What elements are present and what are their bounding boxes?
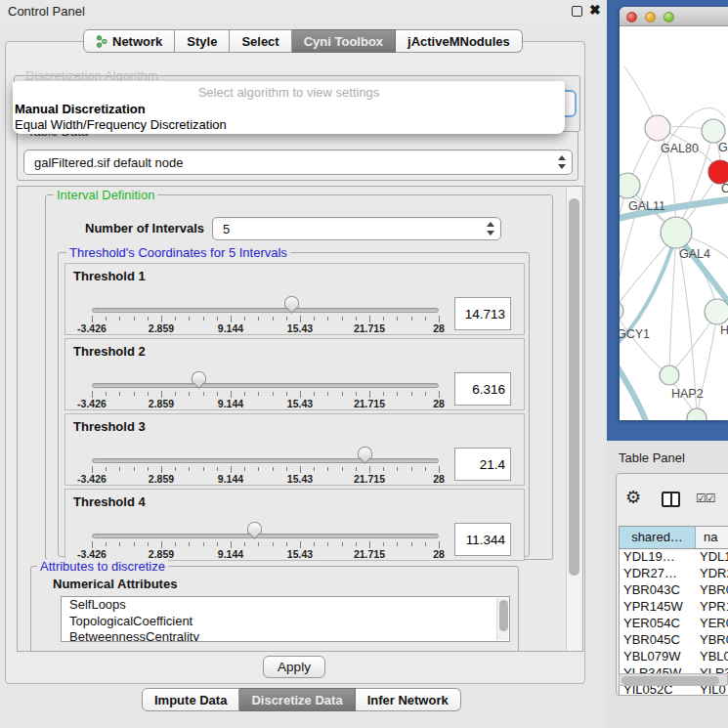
table-panel-section: Table Panel ⚙ ☑☑ shared… na YDL19…YDL1YD… <box>607 441 728 728</box>
column-layout-icon[interactable] <box>662 492 680 507</box>
minimize-window-icon[interactable] <box>645 12 656 22</box>
table-row[interactable]: YDL19…YDL1 <box>620 549 728 566</box>
tab-network-label: Network <box>112 34 162 49</box>
table-data-combo-value: galFiltered.sif default node <box>34 155 183 170</box>
gear-icon[interactable]: ⚙ <box>625 487 641 508</box>
attributes-group-title: Attributes to discretize <box>37 559 168 574</box>
table-row[interactable]: YBR045CYBR0 <box>620 632 728 649</box>
column-header-name[interactable]: na <box>696 527 728 548</box>
table-panel-title: Table Panel <box>619 450 685 465</box>
tab-jactivemnodules[interactable]: jActiveMNodules <box>396 29 523 53</box>
threshold-value-input[interactable] <box>454 372 511 406</box>
tab-impute-data[interactable]: Impute Data <box>142 688 239 711</box>
network-icon <box>96 35 107 48</box>
close-panel-icon[interactable]: ✖ <box>589 2 601 18</box>
combo-stepper-icon <box>557 154 568 170</box>
attribute-list-item[interactable]: BetweennessCentrality <box>62 629 509 642</box>
tab-cyni-toolbox[interactable]: Cyni Toolbox <box>292 29 396 53</box>
close-window-icon[interactable] <box>626 12 637 22</box>
table-row[interactable]: YBL079WYBL0 <box>620 649 728 665</box>
numerical-attributes-label: Numerical Attributes <box>53 577 177 591</box>
network-node-label: GAL80 <box>661 142 699 155</box>
cyni-mode-tabbar: Impute Data Discretize Data Infer Networ… <box>142 688 461 711</box>
tab-network[interactable]: Network <box>83 29 175 53</box>
network-canvas[interactable]: GAL80GACGAL11GAL4GCY1HHAP2 <box>620 27 728 420</box>
network-node-label: HAP2 <box>671 387 704 401</box>
num-intervals-value: 5 <box>223 222 230 236</box>
slider-track[interactable] <box>92 458 439 463</box>
algorithm-prompt: Select algorithm to view settings <box>13 85 565 100</box>
threshold-slider[interactable]: -3.4262.8599.14415.4321.71528 <box>65 490 447 562</box>
network-node[interactable] <box>705 299 728 324</box>
scrollbar-thumb[interactable] <box>569 198 579 576</box>
threshold-value-input[interactable] <box>454 448 511 481</box>
numerical-attributes-list[interactable]: SelfLoopsTopologicalCoefficientBetweenne… <box>61 596 510 642</box>
network-node[interactable] <box>620 173 640 198</box>
attributes-list-scrollbar[interactable] <box>496 598 508 640</box>
float-window-icon[interactable] <box>572 6 582 17</box>
checkbox-columns-icon[interactable]: ☑☑ <box>696 492 715 505</box>
threshold-slider[interactable]: -3.4262.8599.14415.4321.71528 <box>65 414 447 487</box>
threshold-panel: Threshold 4 -3.4262.8599.14415.4321.7152… <box>64 489 525 561</box>
network-node[interactable] <box>702 119 725 143</box>
control-panel-tabbar: Network Style Select Cyni Toolbox jActiv… <box>83 29 523 53</box>
control-panel-title: Control Panel <box>8 4 85 19</box>
network-node-label: C <box>721 182 728 195</box>
num-intervals-combo[interactable]: 5 <box>212 217 501 240</box>
network-node-label: GAL4 <box>679 247 710 261</box>
combo-stepper-icon <box>486 221 496 236</box>
network-node-label: GCY1 <box>620 327 650 341</box>
attributes-group: Attributes to discretize Numerical Attri… <box>30 566 519 652</box>
table-row[interactable]: YBR043CYBR0 <box>620 582 728 599</box>
threshold-value-input[interactable] <box>454 523 511 556</box>
interval-definition-group: Interval Definition Number of Intervals … <box>45 194 553 560</box>
interval-definition-title: Interval Definition <box>54 188 157 202</box>
slider-track[interactable] <box>92 383 439 388</box>
table-header-row: shared… na <box>619 526 728 549</box>
threshold-value-input[interactable] <box>454 297 511 330</box>
slider-thumb[interactable] <box>192 371 206 391</box>
tab-discretize-data[interactable]: Discretize Data <box>239 688 355 711</box>
column-header-shared-name[interactable]: shared… <box>620 527 696 548</box>
threshold-slider[interactable]: -3.4262.8599.14415.4321.71528 <box>65 264 447 336</box>
scrollbar-thumb[interactable] <box>621 676 719 685</box>
apply-button[interactable]: Apply <box>263 656 325 678</box>
settings-vertical-scrollbar[interactable] <box>566 187 582 651</box>
thresholds-group-title: Threshold's Coordinates for 5 Intervals <box>66 245 290 260</box>
network-node[interactable] <box>660 365 679 385</box>
network-node[interactable] <box>645 115 670 141</box>
num-intervals-label: Number of Intervals <box>85 221 204 236</box>
attribute-list-item[interactable]: SelfLoops <box>62 597 509 614</box>
tab-style[interactable]: Style <box>175 29 230 53</box>
network-node[interactable] <box>661 217 692 248</box>
network-window-titlebar <box>620 7 728 26</box>
table-data-combo[interactable]: galFiltered.sif default node <box>23 150 573 175</box>
network-node[interactable] <box>687 408 707 420</box>
settings-scrollpane: Interval Definition Number of Intervals … <box>17 186 583 652</box>
table-horizontal-scrollbar[interactable] <box>619 673 728 686</box>
table-data-group: Table Data galFiltered.sif default node <box>17 131 578 181</box>
zoom-window-icon[interactable] <box>664 12 674 22</box>
threshold-panel: Threshold 3 -3.4262.8599.14415.4321.7152… <box>64 413 525 486</box>
algorithm-option-equal-width[interactable]: Equal Width/Frequency Discretization <box>15 117 227 132</box>
slider-track[interactable] <box>92 308 439 313</box>
attribute-list-item[interactable]: TopologicalCoefficient <box>62 614 509 630</box>
slider-thumb[interactable] <box>358 447 372 466</box>
thresholds-group: Threshold's Coordinates for 5 Intervals … <box>58 252 530 557</box>
threshold-slider[interactable]: -3.4262.8599.14415.4321.71528 <box>65 339 447 411</box>
network-node[interactable] <box>708 160 728 184</box>
tab-select[interactable]: Select <box>230 29 291 53</box>
table-panel-body: ⚙ ☑☑ shared… na YDL19…YDL1YDR27…YDR2YBR0… <box>616 473 728 696</box>
algorithm-option-manual[interactable]: Manual Discretization <box>15 102 146 116</box>
slider-thumb[interactable] <box>247 522 262 541</box>
tab-infer-network[interactable]: Infer Network <box>356 688 461 711</box>
slider-thumb[interactable] <box>284 296 299 316</box>
table-row[interactable]: YDR27…YDR2 <box>620 566 728 582</box>
control-panel-titlebar: Control Panel ✖ <box>0 0 607 23</box>
slider-track[interactable] <box>92 534 439 538</box>
table-row[interactable]: YER054CYER0 <box>620 616 728 632</box>
network-node[interactable] <box>620 301 623 321</box>
network-window[interactable]: GAL80GACGAL11GAL4GCY1HHAP2 <box>620 7 728 420</box>
table-row[interactable]: YPR145WYPR1 <box>620 599 728 616</box>
threshold-panel: Threshold 1 -3.4262.8599.14415.4321.7152… <box>64 263 525 335</box>
